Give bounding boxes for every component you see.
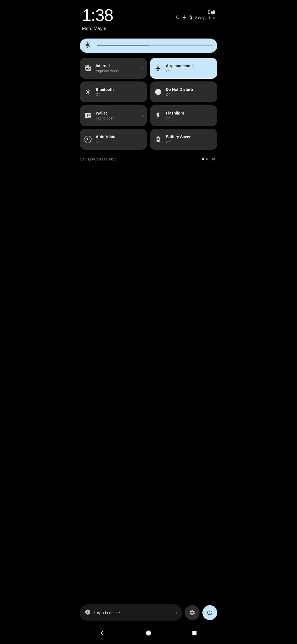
status-bar: 1:38 Bell 2 days, 1 hr (74, 0, 223, 26)
airplane-title: Airplane mode (166, 64, 213, 68)
flashlight-subtitle: Off (166, 116, 213, 120)
autorotate-tile[interactable]: Auto-rotate Off (80, 129, 147, 150)
home-button[interactable] (142, 627, 155, 639)
wallet-text: Wallet Tap to open (96, 111, 143, 120)
batterysaver-title: Battery Saver (166, 135, 213, 139)
brightness-icon (84, 41, 91, 50)
clock: 1:38 (82, 7, 113, 24)
airplane-text: Airplane mode On (166, 64, 213, 73)
page-dots (202, 158, 208, 160)
flashlight-icon (154, 112, 162, 119)
bottom-section: 1 app is active › (74, 604, 223, 644)
bluetooth-tile[interactable]: Bluetooth Off (80, 81, 147, 102)
autorotate-icon (84, 136, 92, 143)
internet-tile[interactable]: Internet Airplane mode › (80, 58, 147, 79)
date-row: Mon, May 8 (74, 26, 223, 36)
power-button[interactable] (202, 605, 217, 620)
internet-icon (84, 65, 92, 72)
build-number: 13 (TQ3A.230605.005) (80, 157, 199, 161)
brightness-slider[interactable] (80, 39, 217, 53)
settings-button[interactable] (185, 605, 200, 620)
dnd-subtitle: Off (166, 92, 213, 97)
autorotate-subtitle: Off (96, 140, 143, 144)
svg-rect-2 (192, 631, 196, 635)
batterysaver-text: Battery Saver Off (166, 135, 213, 144)
wallet-icon (84, 112, 92, 119)
footer-bar: 13 (TQ3A.230605.005) ✏ (74, 152, 223, 165)
internet-text: Internet Airplane mode (96, 64, 143, 73)
page-dot-2 (206, 158, 208, 160)
date-text: Mon, May 8 (82, 26, 106, 31)
wallet-title: Wallet (96, 111, 143, 116)
bluetooth-icon (84, 88, 92, 95)
bluetooth-title: Bluetooth (96, 87, 143, 92)
airplane-status-icon (182, 15, 187, 21)
flashlight-title: Flashlight (166, 111, 213, 116)
dnd-tile[interactable]: Do Not Disturb Off (150, 81, 217, 102)
airplane-icon (154, 65, 162, 72)
wallet-arrow: › (142, 113, 143, 118)
page-dot-1 (202, 158, 204, 160)
batterysaver-icon (154, 136, 162, 143)
internet-arrow: › (142, 66, 143, 71)
internet-subtitle: Airplane mode (96, 69, 143, 73)
info-icon (85, 609, 91, 616)
wallet-tile[interactable]: Wallet Tap to open › (80, 105, 147, 126)
back-button[interactable] (97, 627, 109, 639)
dnd-title: Do Not Disturb (166, 87, 213, 92)
flashlight-text: Flashlight Off (166, 111, 213, 120)
bluetooth-text: Bluetooth Off (96, 87, 143, 97)
wallet-subtitle: Tap to open (96, 116, 143, 120)
navigation-bar (74, 624, 223, 644)
carrier-text: Bell (175, 10, 215, 15)
batterysaver-subtitle: Off (166, 140, 213, 144)
recents-button[interactable] (188, 627, 200, 639)
empty-space (74, 165, 223, 269)
quick-settings-grid: Internet Airplane mode › Airplane mode O… (74, 58, 223, 150)
dnd-icon (154, 88, 162, 95)
svg-point-1 (146, 631, 151, 635)
brightness-fill (97, 45, 149, 46)
airplane-subtitle: On (166, 69, 213, 73)
dnd-text: Do Not Disturb Off (166, 87, 213, 97)
edit-button[interactable]: ✏ (210, 155, 217, 163)
status-icons: 2 days, 1 hr (175, 15, 215, 21)
mute-icon (175, 15, 180, 21)
flashlight-tile[interactable]: Flashlight Off (150, 105, 217, 126)
internet-title: Internet (96, 64, 143, 68)
battery-text: 2 days, 1 hr (195, 16, 215, 20)
active-app-arrow: › (176, 610, 177, 615)
autorotate-title: Auto-rotate (96, 135, 143, 139)
brightness-track[interactable] (97, 45, 213, 46)
bluetooth-subtitle: Off (96, 92, 143, 97)
active-app-text: 1 app is active (94, 610, 173, 615)
battery-icon (188, 15, 193, 21)
autorotate-text: Auto-rotate Off (96, 135, 143, 144)
active-app-bar[interactable]: 1 app is active › (80, 604, 182, 621)
batterysaver-tile[interactable]: Battery Saver Off (150, 129, 217, 150)
airplane-tile[interactable]: Airplane mode On (150, 58, 217, 79)
